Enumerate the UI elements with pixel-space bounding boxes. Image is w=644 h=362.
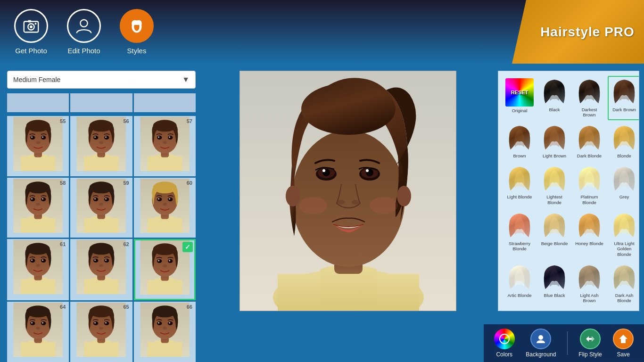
color-swatch-lightest-blonde[interactable]: Lightest Blonde bbox=[538, 163, 571, 207]
color-swatch-platinum-blonde[interactable]: Platinum Blonde bbox=[573, 163, 606, 207]
style-item-65[interactable]: 65 bbox=[70, 302, 132, 362]
svg-point-141 bbox=[366, 169, 369, 172]
photo-panel bbox=[203, 64, 493, 362]
hair-swatch-svg bbox=[575, 78, 603, 106]
hair-swatch-svg bbox=[540, 212, 569, 239]
style-item-62[interactable]: 62 bbox=[70, 239, 132, 300]
style-num-label: 55 bbox=[60, 118, 66, 124]
nav-get-photo[interactable]: Get Photo bbox=[14, 9, 48, 55]
svg-point-14 bbox=[31, 136, 33, 138]
toolbar-save[interactable]: Save bbox=[613, 329, 634, 358]
style-num-label: 65 bbox=[123, 304, 129, 310]
color-swatch-light-ash-brown[interactable]: Light Ash Brown bbox=[573, 262, 606, 306]
swatch-label-black: Black bbox=[549, 107, 560, 112]
style-item-58[interactable]: 58 bbox=[7, 178, 69, 238]
swatch-label-dark-brown: Dark Brown bbox=[612, 107, 636, 112]
color-swatch-dark-ash-blonde[interactable]: Dark Ash Blonde bbox=[608, 262, 639, 306]
color-swatch-dark-blonde[interactable]: Dark Blonde bbox=[573, 122, 606, 161]
hair-swatch-svg bbox=[505, 212, 534, 239]
svg-point-94 bbox=[158, 260, 159, 262]
svg-point-115 bbox=[104, 321, 109, 325]
color-swatch-darkest-brown[interactable]: Darkest Brown bbox=[573, 76, 606, 120]
svg-point-15 bbox=[41, 136, 46, 140]
swatch-label-grey: Grey bbox=[619, 194, 629, 199]
swatch-label-brown: Brown bbox=[513, 153, 526, 158]
hair-swatch-svg bbox=[540, 124, 569, 152]
style-thumb-svg bbox=[135, 117, 195, 171]
color-swatch-brown[interactable]: Brown bbox=[503, 122, 536, 161]
edit-photo-icon-circle bbox=[67, 9, 101, 43]
color-swatch-light-blonde[interactable]: Light Blonde bbox=[503, 163, 536, 207]
hair-swatch-svg bbox=[610, 212, 638, 239]
svg-point-92 bbox=[153, 244, 176, 255]
style-item-57[interactable]: 57 bbox=[134, 116, 196, 176]
svg-point-32 bbox=[153, 120, 176, 132]
toolbar-colors[interactable]: Colors bbox=[494, 329, 515, 358]
color-swatch-blue-black[interactable]: Blue Black bbox=[538, 262, 571, 306]
save-toolbar-icon bbox=[613, 329, 634, 349]
hair-swatch-svg bbox=[575, 124, 603, 152]
brand-name: Hairstyle PRO bbox=[540, 25, 635, 40]
style-item-59[interactable]: 59 bbox=[70, 178, 132, 238]
toolbar-divider bbox=[567, 331, 568, 355]
save-icon-svg bbox=[617, 333, 629, 345]
style-thumb-svg bbox=[71, 240, 131, 294]
style-item-64[interactable]: 64 bbox=[7, 302, 69, 362]
swatch-label-lightest-blonde: Lightest Blonde bbox=[540, 194, 569, 205]
styles-label: Styles bbox=[127, 47, 147, 55]
swatch-label-strawberry-blonde: Strawberry Blonde bbox=[505, 241, 534, 252]
swatch-label-light-blonde: Light Blonde bbox=[507, 194, 532, 199]
svg-point-54 bbox=[94, 198, 96, 199]
toolbar-flip[interactable]: Flip Style bbox=[578, 329, 602, 358]
style-num-label: 59 bbox=[123, 180, 129, 186]
hair-swatch-svg bbox=[610, 78, 638, 106]
person-icon bbox=[75, 17, 93, 35]
get-photo-label: Get Photo bbox=[15, 47, 47, 55]
svg-point-25 bbox=[104, 136, 109, 140]
style-category-dropdown[interactable]: Medium Female ▼ bbox=[7, 71, 196, 89]
hair-swatch-svg bbox=[540, 165, 569, 193]
swatch-label-reset: Original bbox=[512, 108, 528, 113]
style-item-55[interactable]: 55 bbox=[7, 116, 69, 176]
nav-styles[interactable]: Styles bbox=[120, 9, 154, 55]
style-item-60[interactable]: 60 bbox=[134, 178, 196, 238]
style-item-61[interactable]: 61 bbox=[7, 239, 69, 300]
svg-point-37 bbox=[163, 141, 166, 144]
color-swatch-blonde[interactable]: Blonde bbox=[608, 122, 639, 161]
style-item-56[interactable]: 56 bbox=[70, 116, 132, 176]
svg-point-33 bbox=[157, 136, 162, 140]
nav-edit-photo[interactable]: Edit Photo bbox=[67, 9, 101, 55]
toolbar-background[interactable]: Background bbox=[526, 329, 556, 358]
svg-point-2 bbox=[30, 25, 33, 28]
get-photo-icon-circle bbox=[14, 9, 48, 43]
svg-point-86 bbox=[105, 260, 107, 261]
svg-point-4 bbox=[35, 23, 37, 25]
svg-point-137 bbox=[322, 169, 325, 172]
svg-point-133 bbox=[301, 83, 396, 135]
background-icon-svg bbox=[535, 333, 547, 345]
color-swatch-strawberry-blonde[interactable]: Strawberry Blonde bbox=[503, 210, 536, 260]
color-swatch-ultra-light-golden-blonde[interactable]: Ultra Light Golden Blonde bbox=[608, 210, 639, 260]
style-num-label: 56 bbox=[123, 118, 129, 124]
svg-point-127 bbox=[163, 327, 166, 329]
svg-point-23 bbox=[93, 136, 98, 140]
color-swatch-reset[interactable]: RESETOriginal bbox=[503, 76, 536, 120]
style-thumb-svg bbox=[71, 117, 131, 171]
photo-frame bbox=[239, 71, 456, 311]
svg-point-83 bbox=[93, 259, 98, 263]
brand-logo: Hairstyle PRO bbox=[512, 0, 644, 64]
svg-point-22 bbox=[90, 120, 113, 132]
color-swatch-grey[interactable]: Grey bbox=[608, 163, 639, 207]
style-item-66[interactable]: 66 bbox=[134, 302, 196, 362]
color-swatch-dark-brown[interactable]: Dark Brown bbox=[608, 76, 639, 120]
color-swatch-beige-blonde[interactable]: Beige Blonde bbox=[538, 210, 571, 260]
svg-point-102 bbox=[26, 305, 50, 317]
color-swatch-black[interactable]: Black bbox=[538, 76, 571, 120]
flip-toolbar-icon bbox=[580, 329, 601, 349]
svg-point-73 bbox=[30, 259, 35, 263]
svg-point-62 bbox=[153, 181, 176, 193]
style-item-63[interactable] bbox=[134, 239, 196, 300]
color-swatch-artic-blonde[interactable]: Artic Blonde bbox=[503, 262, 536, 306]
color-swatch-honey-blonde[interactable]: Honey Blonde bbox=[573, 210, 606, 260]
color-swatch-light-brown[interactable]: Light Brown bbox=[538, 122, 571, 161]
